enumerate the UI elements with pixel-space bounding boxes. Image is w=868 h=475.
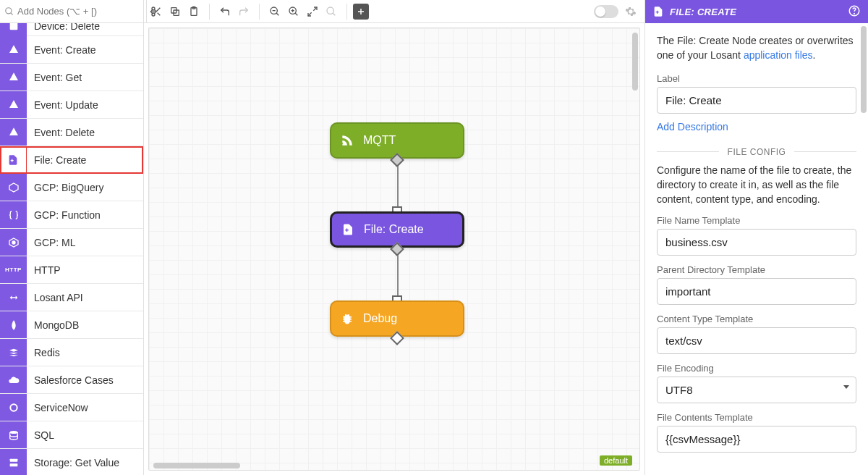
toolbar-separator (346, 4, 347, 20)
flow-link[interactable] (397, 249, 399, 300)
sidebar-item-label: GCP: BigQuery (27, 182, 103, 193)
sidebar-item-label: File: Create (27, 154, 86, 166)
sidebar-item-storage-get-value[interactable]: Storage: Get Value (0, 449, 143, 475)
canvas-scrollbar-horizontal[interactable] (149, 461, 631, 470)
sidebar-item-event-get[interactable]: Event: Get (0, 64, 143, 91)
sidebar-item-http[interactable]: HTTPHTTP (0, 256, 143, 284)
zoom-in-button[interactable] (284, 2, 303, 21)
file-icon (652, 6, 664, 17)
panel-body[interactable]: The File: Create Node creates or overwri… (645, 23, 868, 475)
sidebar-item-label: GCP: ML (27, 237, 76, 248)
zoom-icon (326, 6, 337, 17)
sidebar-item-device-delete[interactable]: Device: Delete (0, 23, 143, 36)
contents-input[interactable] (657, 426, 856, 453)
mongo-icon (0, 311, 27, 338)
encoding-caption: File Encoding (657, 363, 856, 374)
help-button[interactable] (848, 4, 861, 20)
sidebar-item-file-create[interactable]: File: Create (0, 146, 143, 174)
bug-icon (331, 312, 363, 325)
toolbar-separator (259, 4, 260, 20)
svg-line-24 (295, 13, 297, 15)
sidebar-item-gcp-bigquery[interactable]: GCP: BigQuery (0, 174, 143, 201)
canvas-scrollbar-vertical[interactable] (631, 28, 639, 470)
svg-point-34 (854, 13, 855, 14)
sidebar-item-losant-api[interactable]: Losant API (0, 284, 143, 311)
cloud-icon (0, 366, 27, 393)
add-button[interactable] (353, 4, 369, 20)
svg-point-29 (327, 7, 333, 14)
sidebar-item-servicenow[interactable]: ServiceNow (0, 394, 143, 421)
toolbar-separator (209, 4, 210, 20)
zoom-out-icon (269, 6, 281, 17)
search-input[interactable] (14, 3, 142, 20)
config-description: Configure the name of the file to create… (657, 163, 856, 207)
sql-icon (0, 421, 27, 448)
toggle-switch[interactable] (594, 5, 618, 18)
sidebar-item-event-update[interactable]: Event: Update (0, 91, 143, 119)
encoding-select[interactable]: UTF8 (657, 377, 856, 403)
gcp-bq-icon (0, 174, 27, 201)
svg-point-12 (152, 13, 155, 16)
sidebar-item-label: Event: Create (27, 44, 96, 56)
file-name-input[interactable] (657, 229, 856, 256)
svg-point-6 (12, 241, 15, 244)
sidebar-item-redis[interactable]: Redis (0, 339, 143, 366)
event-icon (0, 91, 27, 118)
redo-icon (238, 6, 250, 17)
help-icon (848, 4, 861, 17)
panel-scrollbar[interactable] (861, 26, 867, 113)
zoom-in-icon (288, 6, 299, 17)
svg-line-1 (11, 12, 13, 14)
sidebar-item-label: Salesforce Cases (27, 374, 114, 386)
zoom-fit-button[interactable] (303, 2, 322, 21)
undo-icon (219, 6, 231, 17)
application-files-link[interactable]: application files (744, 49, 813, 61)
panel-title: FILE: CREATE (670, 7, 848, 17)
copy-button[interactable] (166, 2, 184, 21)
content-type-caption: Content Type Template (657, 314, 856, 324)
sidebar-item-gcp-function[interactable]: GCP: Function (0, 201, 143, 229)
content-type-input[interactable] (657, 327, 856, 354)
cut-button[interactable] (147, 2, 166, 21)
add-description-link[interactable]: Add Description (657, 121, 728, 133)
sidebar-item-sql[interactable]: SQL (0, 421, 143, 449)
svg-line-28 (308, 12, 312, 16)
sidebar-item-gcp-ml[interactable]: GCP: ML (0, 229, 143, 256)
parent-dir-input[interactable] (657, 278, 856, 305)
flow-link[interactable] (397, 160, 399, 211)
canvas-column: MQTT File: Create Debug default (144, 0, 644, 475)
canvas-toolbar (144, 0, 644, 23)
undo-button[interactable] (216, 2, 234, 21)
servicenow-icon (0, 394, 27, 421)
sidebar-item-mongodb[interactable]: MongoDB (0, 311, 143, 339)
svg-rect-10 (9, 463, 17, 466)
sidebar-item-label: Redis (27, 347, 60, 358)
node-list[interactable]: Device: DeleteEvent: CreateEvent: GetEve… (0, 23, 143, 475)
sidebar-item-label: Event: Delete (27, 127, 95, 138)
sidebar-item-label: MongoDB (27, 319, 79, 331)
sidebar-item-event-delete[interactable]: Event: Delete (0, 119, 143, 146)
sidebar-item-label: SQL (27, 429, 54, 441)
zoom-out-button[interactable] (265, 2, 284, 21)
svg-line-21 (276, 13, 278, 15)
scissors-icon (150, 6, 162, 17)
sidebar-item-label: HTTP (27, 264, 61, 276)
paste-button[interactable] (184, 2, 203, 21)
flow-canvas[interactable]: MQTT File: Create Debug default (148, 28, 640, 471)
svg-point-7 (10, 404, 17, 411)
label-input[interactable] (657, 87, 856, 114)
redo-button[interactable] (234, 2, 253, 21)
sidebar-item-salesforce-cases[interactable]: Salesforce Cases (0, 366, 143, 394)
zoom-selection-button[interactable] (322, 2, 341, 21)
gear-icon (625, 6, 637, 17)
copy-icon (169, 6, 181, 17)
canvas-settings-button[interactable] (623, 4, 639, 20)
sidebar-item-label: Event: Update (27, 99, 98, 111)
svg-line-14 (158, 12, 161, 15)
node-description: The File: Create Node creates or overwri… (657, 33, 856, 63)
file-icon (332, 223, 364, 236)
properties-panel: FILE: CREATE The File: Create Node creat… (644, 0, 868, 475)
palette-header (0, 0, 143, 23)
svg-line-15 (154, 9, 156, 12)
sidebar-item-event-create[interactable]: Event: Create (0, 36, 143, 64)
